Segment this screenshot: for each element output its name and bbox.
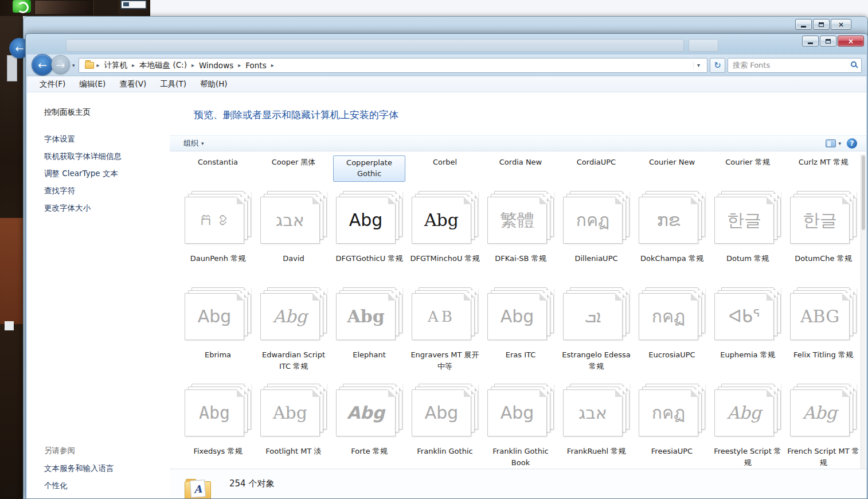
font-file-icon: កខ: [185, 191, 251, 244]
desktop-thumbnail: [94, 0, 118, 15]
font-item[interactable]: אבגDavid: [256, 189, 331, 285]
vertical-scrollbar[interactable]: [861, 154, 866, 469]
font-item[interactable]: AbgEbrima: [180, 285, 256, 381]
help-button[interactable]: ?: [847, 138, 857, 149]
history-dropdown-icon[interactable]: ▾: [72, 63, 75, 68]
notepad-app-icon[interactable]: [120, 0, 147, 9]
minimize-button[interactable]: [795, 19, 812, 30]
font-item[interactable]: ABGFelix Titling 常规: [785, 285, 861, 381]
menu-bar: 文件(F)编辑(E)查看(V)工具(T)帮助(H): [27, 76, 866, 92]
font-group-label[interactable]: Cooper 黑体: [256, 155, 331, 182]
font-item[interactable]: กคฏFreesiaUPC: [634, 381, 710, 478]
font-group-label[interactable]: Constantia: [180, 155, 256, 182]
sidebar-home-link[interactable]: 控制面板主页: [44, 107, 170, 118]
scrollbar-thumb[interactable]: [862, 155, 865, 230]
breadcrumb-item[interactable]: Windows: [195, 61, 237, 70]
screen: × × ← → ▾ ▸ 计算机▸本地磁盘 (C:)▸Windows▸Fonts▸…: [0, 0, 868, 499]
font-item[interactable]: 繁體DFKai-SB 常规: [483, 189, 558, 285]
font-item[interactable]: กคฏDilleniaUPC: [558, 189, 634, 285]
address-bar[interactable]: ▸ 计算机▸本地磁盘 (C:)▸Windows▸Fonts▸ ▾: [79, 58, 707, 73]
font-file-icon: אבג: [260, 191, 327, 244]
font-item[interactable]: កខDaunPenh 常规: [180, 189, 256, 285]
desktop-artifact: [0, 218, 23, 324]
font-file-icon: ABG: [790, 287, 857, 340]
sidebar-links: 字体设置联机获取字体详细信息调整 ClearType 文本查找字符更改字体大小: [44, 130, 170, 216]
font-item[interactable]: ກຂDokChampa 常规: [634, 189, 710, 285]
sidebar-link[interactable]: 联机获取字体详细信息: [44, 147, 170, 165]
breadcrumb-arrow-icon[interactable]: ▸: [131, 62, 135, 68]
font-item[interactable]: AbgDFGTGothicU 常规: [331, 189, 407, 285]
font-group-label[interactable]: Curlz MT 常规: [785, 155, 861, 182]
sidebar-link[interactable]: 文本服务和输入语言: [44, 459, 114, 477]
organize-button[interactable]: 组织 ▾: [179, 137, 209, 150]
font-item[interactable]: กคฏEucrosiaUPC: [634, 285, 710, 381]
font-group-label[interactable]: Courier 常规: [710, 155, 785, 182]
breadcrumb-item[interactable]: Fonts: [241, 61, 270, 70]
menu-item[interactable]: 编辑(E): [72, 77, 112, 92]
breadcrumb-item[interactable]: 计算机: [100, 60, 132, 71]
refresh-button[interactable]: ↻: [710, 58, 725, 73]
font-group-label[interactable]: Courier New: [634, 155, 710, 182]
search-icon[interactable]: [851, 61, 857, 67]
font-item[interactable]: AbgFootlight MT 淡: [256, 381, 331, 478]
breadcrumb-arrow-icon[interactable]: ▸: [191, 62, 195, 68]
font-item[interactable]: AbgForte 常规: [331, 381, 407, 478]
font-item[interactable]: AbgFreestyle Script 常规: [710, 381, 785, 478]
font-item[interactable]: AbgEdwardian Script ITC 常规: [256, 285, 331, 381]
font-preview-text: 한글: [727, 212, 761, 229]
breadcrumb: 计算机▸本地磁盘 (C:)▸Windows▸Fonts▸: [100, 60, 275, 71]
font-item[interactable]: AbgFixedsys 常规: [180, 381, 256, 478]
font-group-label[interactable]: Copperplate Gothic: [331, 155, 407, 182]
font-group-label-text: Courier New: [644, 155, 699, 170]
font-item[interactable]: AbgEras ITC: [483, 285, 558, 381]
font-group-label-text: CordiaUPC: [572, 155, 620, 170]
breadcrumb-arrow-icon[interactable]: ▸: [271, 62, 275, 68]
sidebar-link[interactable]: 调整 ClearType 文本: [44, 165, 170, 182]
font-item[interactable]: 한글DotumChe 常规: [785, 189, 861, 285]
font-item[interactable]: 한글Dotum 常规: [710, 189, 785, 285]
font-item[interactable]: ABEngravers MT 展开 中等: [407, 285, 483, 381]
menu-item[interactable]: 查看(V): [112, 77, 153, 92]
font-item[interactable]: AbgDFGTMinchoU 常规: [407, 189, 483, 285]
sidebar-link[interactable]: 字体设置: [44, 130, 170, 147]
sidebar-link[interactable]: 更改字体大小: [44, 199, 170, 216]
breadcrumb-arrow-icon[interactable]: ▸: [237, 62, 241, 68]
minimize-icon: [808, 42, 813, 44]
menu-item[interactable]: 文件(F): [33, 77, 72, 92]
font-preview-text: AB: [428, 309, 455, 324]
forward-button[interactable]: →: [51, 55, 70, 74]
address-dropdown-icon[interactable]: ▾: [693, 62, 703, 68]
desktop-artifact: [5, 321, 14, 330]
menu-item[interactable]: 帮助(H): [193, 77, 234, 92]
font-item[interactable]: AbgFranklin Gothic Book: [483, 381, 558, 478]
font-group-label[interactable]: Corbel: [407, 155, 483, 182]
font-preview-text: Abg: [425, 404, 459, 422]
font-item[interactable]: אבגFrankRuehl 常规: [558, 381, 634, 478]
minimize-button[interactable]: [802, 36, 819, 46]
title-bar[interactable]: ×: [26, 34, 867, 54]
font-item[interactable]: AbgFrench Script MT 常规: [785, 381, 861, 478]
font-group-label[interactable]: Cordia New: [483, 155, 558, 182]
close-button[interactable]: ×: [838, 36, 864, 46]
breadcrumb-item[interactable]: 本地磁盘 (C:): [135, 60, 191, 71]
close-button[interactable]: ×: [831, 19, 851, 30]
font-item[interactable]: AbgElephant: [331, 285, 407, 381]
views-button[interactable]: ▾: [826, 139, 841, 147]
green-app-icon[interactable]: [13, 0, 31, 13]
sidebar-link[interactable]: 个性化: [44, 477, 114, 494]
font-file-icon: กคฏ: [563, 191, 630, 244]
maximize-button[interactable]: [813, 19, 830, 30]
font-item[interactable]: ᐊᑲᕐEuphemia 常规: [710, 285, 785, 381]
sidebar-link[interactable]: 查找字符: [44, 182, 170, 199]
main-panel: 预览、删除或者显示和隐藏计算机上安装的字体 组织 ▾ ▾ ? Consta: [170, 92, 866, 498]
menu-item[interactable]: 工具(T): [153, 77, 193, 92]
font-group-label[interactable]: CordiaUPC: [558, 155, 634, 182]
breadcrumb-arrow-icon[interactable]: ▸: [96, 62, 100, 68]
back-button[interactable]: ←: [32, 54, 53, 76]
search-input[interactable]: [728, 58, 862, 73]
font-item[interactable]: ܐܒEstrangelo Edessa 常规: [558, 285, 634, 381]
font-item[interactable]: AbgFranklin Gothic: [407, 381, 483, 478]
font-item-label: DotumChe 常规: [795, 253, 851, 264]
font-preview-text: Abg: [273, 404, 307, 422]
maximize-button[interactable]: [820, 36, 836, 46]
